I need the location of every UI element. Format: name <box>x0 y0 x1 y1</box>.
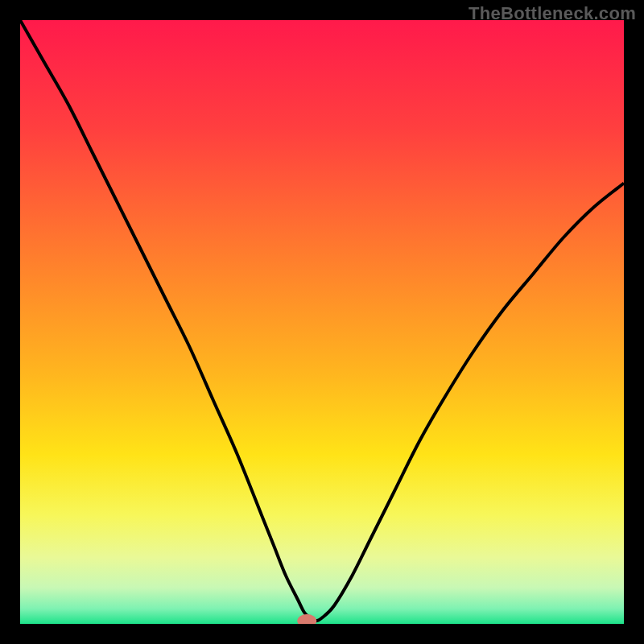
overlay-svg <box>20 20 624 624</box>
chart-frame: TheBottleneck.com <box>0 0 644 644</box>
plot-area <box>20 20 624 624</box>
min-marker <box>297 614 316 624</box>
bottleneck-curve <box>20 20 624 621</box>
